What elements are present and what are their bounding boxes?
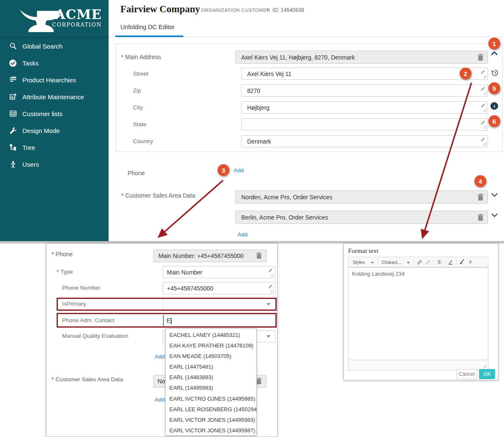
sidebar-item-tasks[interactable]: Tasks <box>0 54 109 71</box>
toolbar-separator <box>414 259 414 266</box>
trash-icon[interactable] <box>256 252 262 260</box>
attribute-chart-icon <box>9 93 17 101</box>
styles-dropdown-label: Styles <box>353 260 365 265</box>
edit-pencil-icon[interactable] <box>480 86 485 92</box>
country-field[interactable]: Denmark <box>241 135 488 147</box>
expand-chevron-down-icon[interactable] <box>491 193 498 197</box>
edit-pencil-icon[interactable] <box>267 268 273 273</box>
sidebar-item-label: Global Search <box>22 43 63 50</box>
suggestion-item[interactable]: EACHEL LANEY (14485321) <box>166 330 256 340</box>
ok-button[interactable]: OK <box>479 369 495 379</box>
sidebar-item-users[interactable]: Users <box>0 156 109 173</box>
character-dropdown[interactable]: Charact... <box>379 258 413 266</box>
phone-summary-field[interactable]: Main Number: +45+4587455000 <box>153 250 267 262</box>
resize-handle[interactable] <box>270 289 274 293</box>
annotation-badge-4: 4 <box>474 175 486 187</box>
resize-handle[interactable] <box>483 365 487 369</box>
sidebar-item-product-hierarchies[interactable]: Product Hiearchies <box>0 71 109 88</box>
customer-sales-area-row[interactable]: Norden, Acme Pro, Order Services <box>235 190 488 204</box>
type-field[interactable]: Main Number <box>163 266 275 278</box>
state-field[interactable] <box>241 118 488 130</box>
type-label: *Type <box>57 269 73 275</box>
customer-sales-area-add-link[interactable]: Add <box>237 231 248 238</box>
phone-editor-csad-label: *Customer Sales Area Data <box>52 376 123 383</box>
resize-handle[interactable] <box>483 142 487 146</box>
toolbar-separator <box>378 259 378 266</box>
page-title: Fairview Company <box>120 4 200 15</box>
edit-pencil-icon[interactable] <box>480 120 485 125</box>
cancel-button[interactable]: Cancel <box>457 369 477 379</box>
phone-editor-panel: *Phone Main Number: +45+4587455000 *Type… <box>46 243 278 437</box>
sidebar-item-label: Design Mode <box>22 127 60 134</box>
numbered-circle-icon[interactable]: ① <box>435 258 444 266</box>
wrench-icon <box>9 127 17 135</box>
customer-sales-area-row[interactable]: Berlin, Acme Pro, Order Services <box>235 211 488 224</box>
main-address-summary-field[interactable]: Axel Kiers Vej 11, Højbjerg, 8270, Denma… <box>235 51 488 64</box>
edit-pencil-icon[interactable] <box>480 103 485 109</box>
sidebar-item-attribute-maintenance[interactable]: Attribute Maintenance <box>0 88 109 105</box>
edit-pencil-icon[interactable] <box>480 69 485 75</box>
zip-field[interactable]: 8270 <box>241 84 488 97</box>
required-marker: * <box>121 54 123 60</box>
sidebar-item-label: Tasks <box>22 60 38 67</box>
phone-editor-csad-add-link[interactable]: Add <box>155 396 165 403</box>
object-type-label: ORGANIZATION CUSTOMER <box>201 8 270 13</box>
annotation-badge-2: 2 <box>460 68 471 79</box>
edit-pencil-icon[interactable] <box>480 137 485 142</box>
expand-chevron-down-icon[interactable] <box>491 213 498 217</box>
format-text-dialog: Format text Styles Charact... ① <box>343 243 499 380</box>
styles-dropdown[interactable]: Styles <box>350 258 376 266</box>
resize-handle[interactable] <box>483 92 487 95</box>
suggestion-item[interactable]: EARL (14475481) <box>166 361 256 372</box>
trash-icon[interactable] <box>477 214 484 221</box>
suggestion-item[interactable]: EAN MEADE (14503705) <box>166 351 256 361</box>
suggestion-item[interactable]: EAH KAYE PRATHER (14476109) <box>166 340 256 351</box>
suggestion-item[interactable]: EARL VICTOR JONES (14495983) <box>166 415 256 425</box>
resize-handle[interactable] <box>270 273 274 277</box>
dropdown-caret-icon[interactable] <box>267 335 270 338</box>
history-icon[interactable] <box>491 69 499 77</box>
format-brush-icon[interactable] <box>458 258 466 266</box>
city-label: City <box>133 104 143 111</box>
remove-format-icon[interactable]: Ix <box>466 258 475 266</box>
street-field[interactable]: Axel Kiers Vej 11 <box>241 68 488 80</box>
city-field[interactable]: Højbjerg <box>241 101 488 114</box>
required-marker: * <box>121 192 123 199</box>
trash-icon[interactable] <box>477 193 484 201</box>
suggestion-item[interactable]: EARL (14483893) <box>166 372 256 383</box>
toolbar-separator <box>456 259 457 266</box>
sidebar-item-design-mode[interactable]: Design Mode <box>0 122 109 139</box>
phone-number-label: Phone Number <box>62 285 101 291</box>
suggestion-item[interactable]: EARL IVCTRO OJNES (14495985) <box>166 394 256 404</box>
tab-unfolding-dc-editor[interactable]: Unfolding DC Editor <box>120 24 174 30</box>
sidebar-item-global-search[interactable]: Global Search <box>0 38 109 54</box>
character-dropdown-label: Charact... <box>382 260 401 265</box>
unlink-icon[interactable] <box>424 258 432 266</box>
resize-handle[interactable] <box>483 75 487 79</box>
sidebar-item-tree[interactable]: Tree <box>0 139 109 156</box>
trash-icon[interactable] <box>477 54 484 61</box>
phone-editor-add-link[interactable]: Add <box>155 353 165 360</box>
info-icon[interactable]: i <box>490 102 498 110</box>
main-address-summary-value: Axel Kiers Vej 11, Højbjerg, 8270, Denma… <box>241 54 355 61</box>
collapse-chevron-up-icon[interactable] <box>490 51 498 56</box>
phone-label: Phone <box>128 170 144 176</box>
underline-pen-icon[interactable] <box>447 258 455 266</box>
hierarchy-lines-icon <box>9 76 17 84</box>
resize-handle[interactable] <box>483 109 487 112</box>
phone-add-link[interactable]: Add <box>234 167 244 174</box>
suggestion-item[interactable]: EARL (14495993) <box>166 383 256 393</box>
app-window: ACME CORPORATION Global Search Tasks <box>0 0 504 437</box>
suggestion-item[interactable]: EARL LEE ROSENBERG (14502945) <box>166 404 256 415</box>
sidebar-item-label: Customer lists <box>22 110 63 117</box>
resize-handle[interactable] <box>483 125 487 129</box>
brand-subname: CORPORATION <box>52 22 102 28</box>
suggestion-item[interactable]: EARL VICTOR JONES (14495987) <box>166 425 256 436</box>
link-icon[interactable] <box>415 258 424 266</box>
annotation-badge-1: 1 <box>488 38 500 49</box>
sidebar-item-customer-lists[interactable]: Customer lists <box>0 105 109 122</box>
phone-number-field[interactable]: +45+4587455000 <box>163 282 275 294</box>
rich-text-content[interactable]: Kolding Landevej 234 <box>348 267 488 360</box>
edit-pencil-icon[interactable] <box>267 284 273 289</box>
trash-icon[interactable] <box>256 377 262 385</box>
